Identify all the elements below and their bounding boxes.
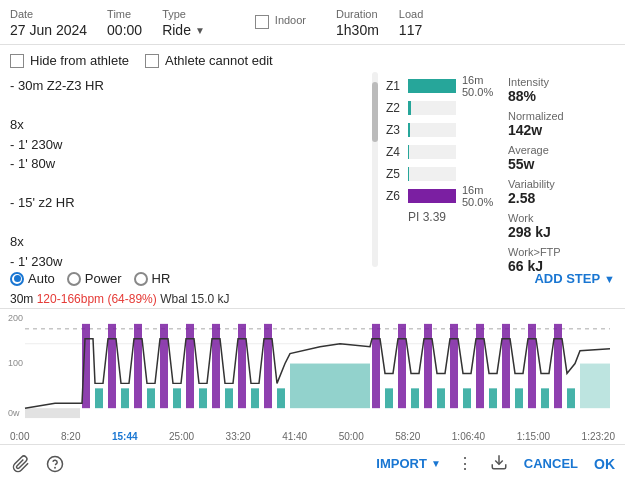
svg-rect-22 (290, 364, 370, 409)
bottom-right: IMPORT ▼ ⋮ CANCEL OK (376, 453, 615, 475)
pi-value: 3.39 (423, 210, 446, 224)
text-line-3: 8x (10, 115, 380, 135)
radio-auto-label: Auto (28, 271, 55, 286)
zone-label-z1: Z1 (386, 79, 404, 93)
radio-auto-outer (10, 272, 24, 286)
zone-bar-z1 (408, 79, 456, 93)
chart-header-wbal: Wbal 15.0 kJ (160, 292, 229, 306)
stat-work-ftp: Work>FTP 66 kJ (508, 246, 597, 274)
chart-header-pct: (64-89%) (107, 292, 156, 306)
stat-average-label: Average (508, 144, 597, 156)
import-button[interactable]: IMPORT ▼ (376, 456, 440, 471)
zone-label-z5: Z5 (386, 167, 404, 181)
athlete-edit-checkbox-item[interactable]: Athlete cannot edit (145, 53, 273, 68)
zone-label-z3: Z3 (386, 123, 404, 137)
zone-bar-z2 (408, 101, 456, 115)
load-label: Load (399, 8, 423, 20)
stat-intensity-value: 88% (508, 88, 597, 104)
indoor-label: Indoor (275, 14, 306, 26)
zone-row-z2: Z2 (386, 98, 500, 118)
svg-rect-32 (489, 388, 497, 408)
stat-intensity: Intensity 88% (508, 76, 597, 104)
import-arrow-icon: ▼ (431, 458, 441, 469)
stat-intensity-label: Intensity (508, 76, 597, 88)
zone-bar-fill-z4 (408, 145, 409, 159)
stat-variability: Variability 2.58 (508, 178, 597, 206)
radio-power[interactable]: Power (67, 271, 122, 286)
zone-row-z1: Z1 16m 50.0% (386, 76, 500, 96)
radio-hr-label: HR (152, 271, 171, 286)
type-select[interactable]: Ride ▼ (162, 22, 205, 38)
indoor-checkbox[interactable] (255, 15, 269, 29)
scrollbar[interactable] (372, 72, 378, 267)
svg-rect-36 (541, 388, 549, 408)
cancel-label: CANCEL (524, 456, 578, 471)
type-value: Ride (162, 22, 191, 38)
more-options-button[interactable]: ⋮ (457, 454, 474, 473)
hide-athlete-checkbox-item[interactable]: Hide from athlete (10, 53, 129, 68)
svg-rect-12 (160, 324, 168, 408)
radio-auto[interactable]: Auto (10, 271, 55, 286)
time-value[interactable]: 00:00 (107, 22, 142, 38)
x-label-7: 58:20 (395, 431, 420, 442)
checkbox-row: Hide from athlete Athlete cannot edit (0, 45, 625, 72)
zone-bar-fill-z5 (408, 167, 409, 181)
radio-hr[interactable]: HR (134, 271, 171, 286)
athlete-edit-checkbox[interactable] (145, 54, 159, 68)
add-step-arrow-icon: ▼ (604, 273, 615, 285)
x-label-4: 33:20 (226, 431, 251, 442)
svg-rect-31 (476, 324, 484, 408)
import-label: IMPORT (376, 456, 427, 471)
scrollbar-track (372, 72, 378, 267)
pi-label: PI (408, 210, 423, 224)
zone-pct-z1: 16m 50.0% (462, 74, 500, 98)
zone-row-z4: Z4 (386, 142, 500, 162)
text-line-5: - 1' 80w (10, 154, 380, 174)
download-button[interactable] (490, 453, 508, 475)
stat-average: Average 55w (508, 144, 597, 172)
add-step-button[interactable]: ADD STEP ▼ (534, 271, 615, 286)
svg-text:100: 100 (8, 358, 23, 368)
text-line-1: - 30m Z2-Z3 HR (10, 76, 380, 96)
text-line-6 (10, 174, 380, 194)
svg-rect-16 (212, 324, 220, 408)
x-axis: 0:00 8:20 15:44 25:00 33:20 41:40 50:00 … (0, 428, 625, 444)
attachment-button[interactable] (10, 453, 32, 475)
bottom-left (10, 453, 66, 475)
zone-bar-z4 (408, 145, 456, 159)
x-label-3: 25:00 (169, 431, 194, 442)
add-step-label: ADD STEP (534, 271, 600, 286)
svg-rect-11 (147, 388, 155, 408)
radio-hr-outer (134, 272, 148, 286)
svg-rect-26 (411, 388, 419, 408)
zone-label-z4: Z4 (386, 145, 404, 159)
type-field: Type Ride ▼ (162, 8, 205, 38)
svg-rect-21 (277, 388, 285, 408)
svg-rect-18 (238, 324, 246, 408)
cancel-button[interactable]: CANCEL (524, 456, 578, 471)
svg-rect-37 (554, 324, 562, 408)
hide-athlete-checkbox[interactable] (10, 54, 24, 68)
svg-rect-30 (463, 388, 471, 408)
load-value: 117 (399, 22, 423, 38)
date-field: Date 27 Jun 2024 (10, 8, 87, 38)
svg-text:0w: 0w (8, 408, 20, 418)
stat-variability-value: 2.58 (508, 190, 597, 206)
chart-header: 30m 120-166bpm (64-89%) Wbal 15.0 kJ (0, 290, 625, 308)
workout-text-area[interactable]: - 30m Z2-Z3 HR 8x - 1' 230w - 1' 80w - 1… (0, 72, 380, 267)
chart-header-bpm: 120-166bpm (37, 292, 104, 306)
x-label-1: 8:20 (61, 431, 80, 442)
svg-rect-28 (437, 388, 445, 408)
stats-panel: Intensity 88% Normalized 142w Average 55… (500, 72, 605, 267)
ok-button[interactable]: OK (594, 456, 615, 472)
text-line-7: - 15' z2 HR (10, 193, 380, 213)
help-button[interactable] (44, 453, 66, 475)
zone-bar-fill-z6 (408, 189, 456, 203)
duration-field: Duration 1h30m (336, 8, 379, 38)
x-label-8: 1:06:40 (452, 431, 485, 442)
x-label-5: 41:40 (282, 431, 307, 442)
stat-normalized-label: Normalized (508, 110, 597, 122)
ok-label: OK (594, 456, 615, 472)
zone-row-z6: Z6 16m 50.0% (386, 186, 500, 206)
svg-rect-35 (528, 324, 536, 408)
